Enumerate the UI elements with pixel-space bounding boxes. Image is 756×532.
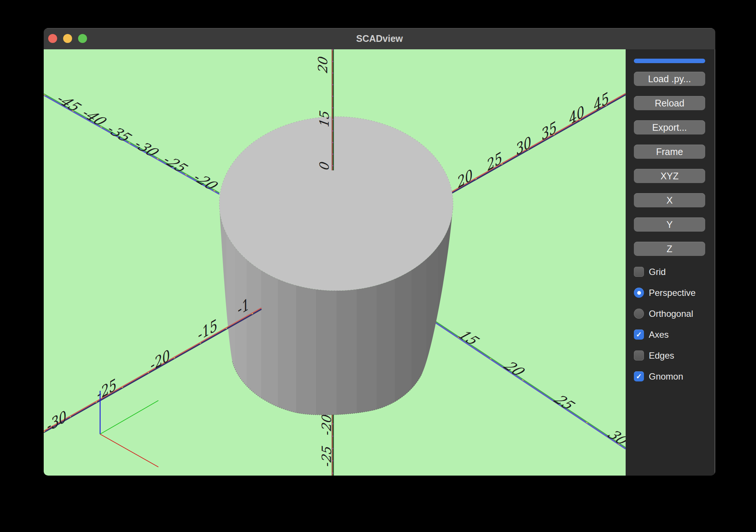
axis-tick-label-y_positive: 25: [549, 392, 578, 412]
axis-tick-label-z_top: 20: [315, 56, 330, 75]
checkbox-edges-icon[interactable]: [634, 350, 644, 361]
axis-tick-label-y_negative: -40: [77, 106, 110, 129]
gnomon: [100, 391, 158, 467]
axis-tick-label-y_negative: -30: [130, 137, 162, 160]
axis-y-positive: 015202530: [416, 304, 626, 449]
axis-tick-label-x_positive: 45: [591, 89, 611, 115]
toggle-row-orthogonal[interactable]: Orthogonal: [634, 309, 715, 319]
axis-x-positive: 202530354045: [449, 89, 626, 195]
axis-tick-label-y_negative: -25: [158, 152, 191, 176]
traffic-lights: [48, 34, 87, 43]
axis-tick-label-x_positive: 35: [539, 118, 558, 144]
toggle-row-perspective[interactable]: Perspective: [634, 288, 715, 298]
close-button-icon[interactable]: [48, 34, 57, 43]
radio-perspective-icon[interactable]: [634, 288, 644, 298]
axis-tick-label-y_negative: -45: [52, 92, 84, 115]
minimize-button-icon[interactable]: [63, 34, 72, 43]
axis-tick-label-y_negative: -20: [189, 170, 221, 193]
axis-y-negative: -45-40-35-30-25-20: [44, 92, 221, 194]
toggle-label-gnomon: Gnomon: [649, 371, 683, 382]
scene-canvas: -45-40-35-30-25-20 202530354045 01520253…: [44, 49, 626, 476]
axis-tick-label-z_top: 15: [317, 110, 332, 129]
sidebar-button-frame[interactable]: Frame: [634, 145, 705, 159]
toggle-row-edges[interactable]: Edges: [634, 350, 715, 361]
sidebar-button-export[interactable]: Export...: [634, 120, 705, 134]
gnomon-y-axis: [100, 400, 158, 434]
toggle-row-grid[interactable]: Grid: [634, 267, 715, 277]
toggle-label-axes: Axes: [649, 330, 669, 340]
toggle-label-grid: Grid: [649, 267, 666, 277]
axis-tick-label-x_positive: 40: [566, 103, 586, 129]
toggle-row-axes[interactable]: ✓Axes: [634, 330, 715, 340]
title-bar[interactable]: SCADview: [44, 28, 715, 49]
toggle-row-gnomon[interactable]: ✓Gnomon: [634, 371, 715, 381]
app-window: SCADview: [44, 28, 715, 476]
sidebar-buttons: Load .py...ReloadExport...FrameXYZXYZ: [634, 72, 715, 256]
axis-tick-label-x_negative: -20: [148, 347, 171, 375]
checkbox-gnomon-icon[interactable]: ✓: [634, 371, 644, 381]
sidebar-button-x[interactable]: X: [634, 193, 705, 207]
axis-tick-label-y_negative: -35: [102, 122, 135, 145]
axis-tick-label-y_positive: 20: [499, 358, 528, 379]
axis-tick-label-z_bottom: -20: [319, 414, 334, 437]
axis-tick-label-x_positive: 25: [484, 149, 504, 175]
axis-tick-label-z_bottom: -25: [319, 445, 334, 468]
axis-tick-label-y_positive: 15: [454, 327, 483, 348]
axis-z-bottom: -20-25: [319, 411, 334, 476]
zoom-button-icon[interactable]: [78, 34, 87, 43]
progress-bar: [634, 59, 705, 63]
cylinder: [219, 117, 453, 415]
axis-tick-label-x_positive: 20: [455, 166, 474, 192]
sidebar-toggles: GridPerspectiveOrthogonal✓AxesEdges✓Gnom…: [634, 267, 715, 381]
sidebar-button-xyz[interactable]: XYZ: [634, 169, 705, 183]
sidebar-button-reload[interactable]: Reload: [634, 96, 705, 110]
toggle-label-orthogonal: Orthogonal: [649, 309, 693, 319]
axis-tick-label-y_positive: 30: [603, 427, 626, 448]
window-content: -45-40-35-30-25-20 202530354045 01520253…: [44, 49, 715, 476]
toggle-label-edges: Edges: [649, 350, 674, 361]
axis-tick-label-x_positive: 30: [513, 133, 533, 159]
axis-tick-label-x_negative: -30: [44, 408, 68, 436]
window-title: SCADview: [44, 33, 715, 44]
checkbox-axes-icon[interactable]: ✓: [634, 330, 644, 340]
toggle-label-perspective: Perspective: [649, 288, 695, 298]
sidebar-button-z[interactable]: Z: [634, 242, 705, 256]
radio-orthogonal-icon[interactable]: [634, 309, 644, 319]
cylinder-top-face: [219, 117, 453, 291]
sidebar: Load .py...ReloadExport...FrameXYZXYZ Gr…: [626, 49, 715, 476]
axis-tick-label-x_negative: -25: [94, 376, 118, 404]
sidebar-button-y[interactable]: Y: [634, 217, 705, 232]
sidebar-button-load-py[interactable]: Load .py...: [634, 72, 705, 86]
checkbox-grid-icon[interactable]: [634, 267, 644, 277]
gnomon-x-axis: [100, 434, 158, 467]
viewport-3d[interactable]: -45-40-35-30-25-20 202530354045 01520253…: [44, 49, 626, 476]
